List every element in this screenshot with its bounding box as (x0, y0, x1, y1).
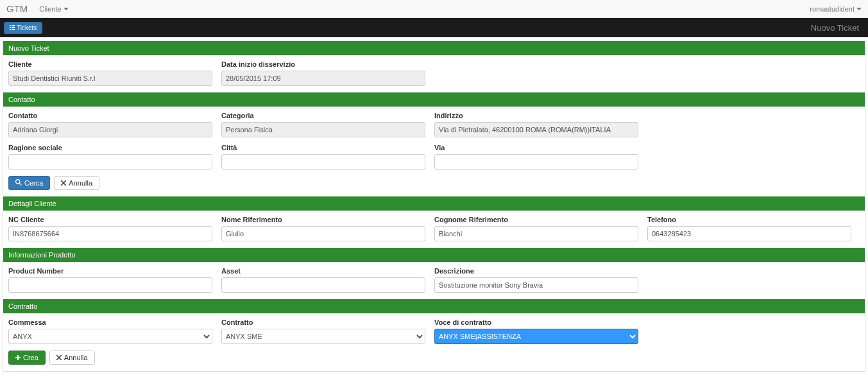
svg-rect-0 (10, 25, 11, 26)
svg-rect-1 (12, 25, 15, 26)
voce-label: Voce di contratto (434, 318, 638, 326)
annulla-button-label: Annulla (64, 354, 88, 361)
contatto-label: Contatto (8, 112, 212, 119)
annulla-contratto-button[interactable]: Annulla (49, 351, 95, 365)
tickets-button[interactable]: Tickets (4, 22, 42, 34)
contratto-select[interactable]: ANYX SME (221, 329, 425, 344)
nc-cliente-label: NC Cliente (8, 216, 212, 223)
svg-rect-5 (12, 29, 15, 30)
annulla-button-label: Annulla (69, 179, 92, 187)
panel-header-prodotto: Informazioni Prodotto (3, 248, 865, 262)
citta-input[interactable] (221, 154, 425, 169)
nav-user-dropdown[interactable]: romastudident (810, 5, 862, 13)
telefono-input[interactable] (647, 226, 851, 241)
categoria-field (221, 122, 425, 137)
telefono-label: Telefono (647, 216, 851, 223)
svg-rect-4 (10, 29, 11, 30)
svg-rect-2 (10, 27, 11, 28)
descrizione-label: Descrizione (434, 267, 638, 275)
nav-client-dropdown[interactable]: Cliente (39, 5, 68, 13)
nc-cliente-input[interactable] (8, 226, 212, 241)
cognome-rif-label: Cognome Riferimento (434, 216, 638, 223)
svg-line-7 (19, 183, 21, 185)
cliente-field (8, 71, 212, 86)
product-number-input[interactable] (8, 277, 212, 293)
descrizione-input[interactable] (434, 277, 638, 293)
nav-client-label: Cliente (39, 5, 61, 13)
data-inizio-field (221, 71, 425, 86)
contatto-field (8, 122, 212, 137)
product-number-label: Product Number (8, 267, 212, 275)
remove-icon (61, 179, 66, 187)
svg-rect-3 (12, 27, 15, 28)
cerca-button-label: Cerca (24, 179, 43, 187)
cliente-label: Cliente (8, 60, 212, 68)
indirizzo-label: Indirizzo (434, 112, 638, 119)
th-list-icon (10, 24, 15, 31)
data-inizio-label: Data inizio disservizio (221, 60, 425, 68)
panel-header-nuovo: Nuovo Ticket (3, 41, 865, 55)
navbar-top: GTM Cliente romastudident (0, 0, 868, 18)
search-icon (15, 179, 22, 187)
crea-button-label: Crea (23, 354, 38, 361)
via-input[interactable] (434, 154, 638, 169)
nav-user-label: romastudident (810, 5, 855, 13)
caret-icon (856, 8, 862, 10)
contratto-label: Contratto (221, 318, 425, 326)
nome-rif-input[interactable] (221, 226, 425, 241)
cognome-rif-input[interactable] (434, 226, 638, 241)
annulla-contatto-button[interactable]: Annulla (54, 176, 99, 190)
navbar-sub: Tickets Nuovo Ticket (0, 18, 868, 37)
plus-icon (15, 354, 21, 361)
tickets-button-label: Tickets (17, 24, 37, 31)
ragione-label: Ragione sociale (8, 144, 212, 152)
categoria-label: Categoria (221, 112, 425, 119)
commessa-select[interactable]: ANYX (8, 329, 212, 344)
remove-icon (56, 354, 62, 361)
panel-header-contatto: Contatto (3, 92, 865, 107)
indirizzo-field (434, 122, 638, 137)
svg-point-6 (16, 180, 20, 184)
caret-icon (64, 8, 69, 10)
cerca-button[interactable]: Cerca (8, 176, 50, 190)
voce-select[interactable]: ANYX SME|ASSISTENZA (434, 329, 638, 344)
page-title: Nuovo Ticket (811, 23, 864, 33)
panel-header-dettagli: Dettagli Cliente (3, 196, 865, 211)
asset-input[interactable] (221, 277, 425, 293)
asset-label: Asset (221, 267, 425, 275)
via-label: Via (434, 144, 638, 152)
commessa-label: Commessa (8, 318, 212, 326)
ragione-input[interactable] (8, 154, 212, 169)
brand: GTM (6, 3, 28, 14)
panel-nuovo-ticket: Nuovo Ticket Cliente Data inizio disserv… (3, 41, 865, 372)
citta-label: Città (221, 144, 425, 152)
crea-button[interactable]: Crea (8, 351, 46, 365)
nome-rif-label: Nome Riferimento (221, 216, 425, 223)
panel-header-contratto: Contratto (3, 299, 865, 313)
